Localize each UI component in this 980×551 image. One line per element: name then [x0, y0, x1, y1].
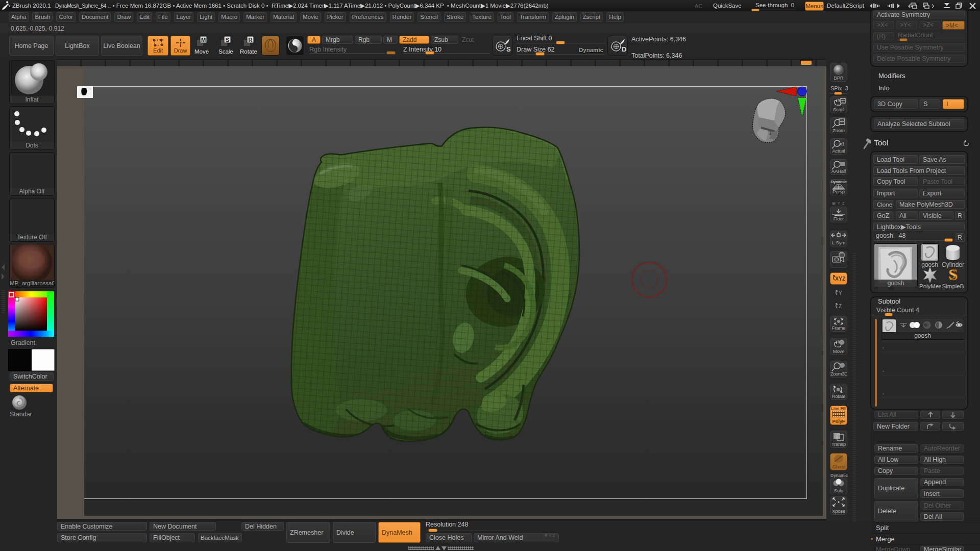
svg-text:S: S: [948, 267, 955, 282]
svg-text:Z: Z: [839, 304, 842, 309]
svg-text:R: R: [249, 37, 253, 43]
svg-text:Y: Y: [839, 290, 842, 296]
svg-text:D: D: [622, 45, 626, 53]
svg-text:S: S: [226, 37, 229, 43]
svg-text:M: M: [201, 37, 206, 43]
svg-text:XYZ: XYZ: [835, 276, 846, 282]
svg-text:x1: x1: [840, 141, 845, 146]
svg-text:S: S: [506, 45, 511, 53]
